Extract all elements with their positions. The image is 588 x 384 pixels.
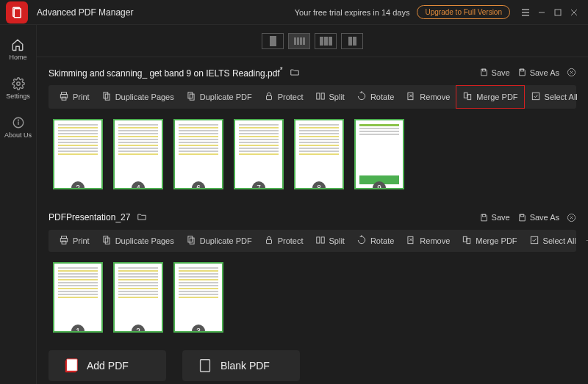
save-as-button[interactable]: Save As xyxy=(517,68,559,77)
close-button[interactable] xyxy=(566,4,582,21)
close-document-button[interactable] xyxy=(567,68,576,77)
protect-button[interactable]: Protect xyxy=(258,230,309,252)
merge-pdf-button[interactable]: Merge PDF xyxy=(456,85,524,109)
close-document-button[interactable] xyxy=(567,213,576,222)
page-thumbnail[interactable]: 3 xyxy=(173,262,223,333)
print-button[interactable]: Print xyxy=(53,86,96,108)
thumbnail-strip: 2 4 6 7 8 9 xyxy=(49,109,576,203)
split-icon xyxy=(315,91,326,103)
print-button[interactable]: Print xyxy=(53,230,96,252)
view-two-up-button[interactable] xyxy=(341,33,363,49)
view-med-grid-button[interactable] xyxy=(315,33,337,49)
open-folder-button[interactable] xyxy=(289,67,301,79)
view-single-button[interactable] xyxy=(262,33,284,49)
page-number-badge: 2 xyxy=(132,325,145,333)
save-as-button[interactable]: Save As xyxy=(517,213,559,222)
svg-rect-6 xyxy=(555,10,561,15)
split-icon xyxy=(315,235,326,247)
duplicate-pdf-button[interactable]: Duplicate PDF xyxy=(180,230,258,252)
select-all-icon xyxy=(529,235,539,247)
add-pdf-button[interactable]: Add PDF xyxy=(49,350,166,381)
svg-rect-48 xyxy=(321,237,324,243)
page-number-badge: 2 xyxy=(71,181,85,189)
sidebar-item-settings[interactable]: Settings xyxy=(6,77,30,100)
page-thumbnail[interactable]: 4 xyxy=(113,119,163,189)
rotate-button[interactable]: Rotate xyxy=(351,86,400,108)
remove-icon xyxy=(406,91,416,103)
page-thumbnail[interactable]: 8 xyxy=(294,119,344,189)
save-button[interactable]: Save xyxy=(479,68,510,77)
document-name: PDFPresentation_27 xyxy=(49,212,130,222)
page-number-badge: 3 xyxy=(192,325,205,333)
remove-button[interactable]: Remove xyxy=(400,230,456,252)
app-title: Advanced PDF Manager xyxy=(37,7,295,18)
duplicate-pages-button[interactable]: Duplicate Pages xyxy=(96,230,180,252)
document-section: Skimming and scanning_ get band 9 on IEL… xyxy=(37,57,588,203)
hamburger-icon[interactable] xyxy=(517,4,534,21)
svg-rect-46 xyxy=(266,239,271,243)
svg-rect-21 xyxy=(104,93,108,98)
svg-rect-56 xyxy=(67,359,78,372)
svg-rect-35 xyxy=(520,214,523,217)
svg-rect-34 xyxy=(482,214,485,217)
split-button[interactable]: Split xyxy=(309,230,351,252)
view-small-grid-button[interactable] xyxy=(288,33,310,49)
add-pdf-label: Add PDF xyxy=(87,360,129,372)
page-thumbnail[interactable]: 1 xyxy=(53,262,103,333)
document-toolbar: Print Duplicate Pages Duplicate PDF Prot… xyxy=(49,85,576,109)
trial-notice: Your free trial expires in 14 days xyxy=(295,8,410,17)
save-button[interactable]: Save xyxy=(479,213,510,222)
merge-pdf-button[interactable]: Merge PDF xyxy=(456,230,523,252)
duplicate-pages-icon xyxy=(101,91,112,103)
sidebar-item-home[interactable]: Home xyxy=(9,38,26,61)
duplicate-pdf-icon xyxy=(186,91,196,103)
protect-button[interactable]: Protect xyxy=(258,86,309,108)
svg-point-12 xyxy=(18,120,18,120)
more-button[interactable]: ⋯ xyxy=(584,87,588,107)
blank-pdf-button[interactable]: Blank PDF xyxy=(182,350,300,381)
page-thumbnail[interactable]: 2 xyxy=(53,119,103,189)
app-logo xyxy=(6,1,28,23)
thumbnail-strip: 1 2 3 xyxy=(49,252,576,346)
document-section: PDFPresentation_27 Save Save As Print Du… xyxy=(37,203,588,346)
sidebar-label-about: About Us xyxy=(4,131,32,139)
rotate-button[interactable]: Rotate xyxy=(351,230,400,252)
maximize-button[interactable] xyxy=(550,4,566,21)
select-all-button[interactable]: Select All xyxy=(523,230,582,252)
svg-rect-54 xyxy=(531,236,537,243)
page-thumbnail[interactable]: 7 xyxy=(234,119,284,189)
titlebar: Advanced PDF Manager Your free trial exp… xyxy=(0,0,588,25)
upgrade-button[interactable]: Upgrade to Full Version xyxy=(417,5,510,19)
remove-button[interactable]: Remove xyxy=(400,86,456,108)
svg-rect-44 xyxy=(188,236,193,242)
svg-rect-20 xyxy=(62,97,66,100)
svg-rect-25 xyxy=(266,95,271,99)
more-button[interactable]: ⋯ xyxy=(582,231,588,251)
document-toolbar: Print Duplicate Pages Duplicate PDF Prot… xyxy=(49,230,576,252)
sidebar-item-about[interactable]: About Us xyxy=(4,116,32,139)
page-number-badge: 6 xyxy=(192,181,205,189)
duplicate-pdf-button[interactable]: Duplicate PDF xyxy=(180,86,258,108)
svg-rect-1 xyxy=(14,8,21,17)
svg-rect-45 xyxy=(190,238,194,244)
select-all-icon xyxy=(531,91,541,103)
select-all-button[interactable]: Select All xyxy=(525,86,584,108)
sidebar-label-settings: Settings xyxy=(6,93,30,100)
page-thumbnail[interactable]: 6 xyxy=(173,119,223,189)
open-folder-button[interactable] xyxy=(136,211,148,223)
rotate-icon xyxy=(356,235,367,247)
svg-rect-43 xyxy=(105,238,110,244)
page-thumbnail[interactable]: 2 xyxy=(113,262,163,333)
page-number-badge: 1 xyxy=(71,325,85,333)
print-icon xyxy=(59,235,69,247)
page-number-badge: 8 xyxy=(312,181,326,189)
page-thumbnail[interactable]: 9 xyxy=(354,119,404,189)
document-header: PDFPresentation_27 Save Save As xyxy=(49,209,576,226)
minimize-button[interactable] xyxy=(534,4,550,21)
duplicate-pages-button[interactable]: Duplicate Pages xyxy=(96,86,180,108)
document-header: Skimming and scanning_ get band 9 on IEL… xyxy=(49,63,576,81)
document-name: Skimming and scanning_ get band 9 on IEL… xyxy=(49,66,283,79)
split-button[interactable]: Split xyxy=(309,86,351,108)
svg-rect-14 xyxy=(520,69,523,71)
svg-rect-57 xyxy=(201,360,210,372)
